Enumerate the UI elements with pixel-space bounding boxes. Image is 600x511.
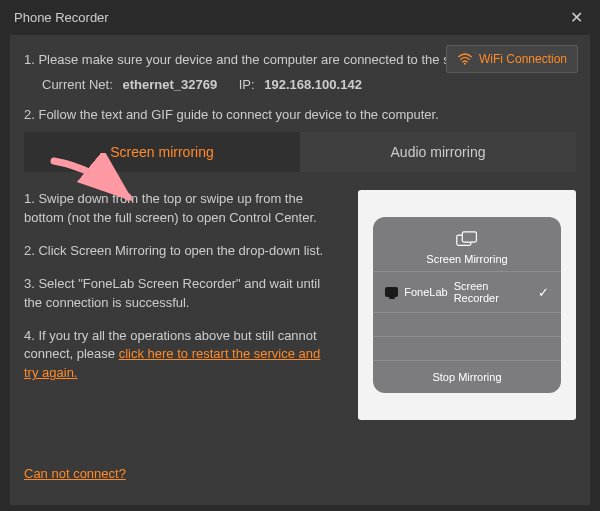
- device-prefix: FoneLab: [404, 286, 447, 298]
- network-info: Current Net: ethernet_32769 IP: 192.168.…: [42, 77, 576, 92]
- main-panel: WiFi Connection 1. Please make sure your…: [10, 35, 590, 505]
- substep-1: 1. Swipe down from the top or swipe up f…: [24, 190, 338, 228]
- current-net-value: ethernet_32769: [122, 77, 217, 92]
- mirroring-device-row[interactable]: FoneLab Screen Recorder ✓: [373, 271, 561, 312]
- current-net-label: Current Net:: [42, 77, 113, 92]
- stop-mirroring-label: Stop Mirroring: [432, 371, 501, 383]
- tab-content: 1. Swipe down from the top or swipe up f…: [24, 190, 576, 420]
- window-title: Phone Recorder: [14, 10, 109, 25]
- mirroring-panel: Screen Mirroring FoneLab Screen Recorder…: [373, 217, 561, 393]
- tab-screen-mirroring[interactable]: Screen mirroring: [24, 132, 300, 172]
- tab-audio-mirroring[interactable]: Audio mirroring: [300, 132, 576, 172]
- tab-screen-mirroring-label: Screen mirroring: [110, 144, 213, 160]
- substep-2: 2. Click Screen Mirroring to open the dr…: [24, 242, 338, 261]
- screen-mirroring-icon: [456, 231, 478, 247]
- substep-4: 4. If you try all the operations above b…: [24, 327, 338, 384]
- tv-icon: [385, 287, 398, 297]
- wifi-connection-label: WiFi Connection: [479, 52, 567, 66]
- wifi-icon: [457, 53, 473, 65]
- check-icon: ✓: [538, 285, 549, 300]
- svg-rect-2: [462, 232, 476, 242]
- ip-label: IP:: [239, 77, 255, 92]
- tab-audio-mirroring-label: Audio mirroring: [391, 144, 486, 160]
- step-2: 2. Follow the text and GIF guide to conn…: [24, 106, 576, 124]
- substep-3: 3. Select "FoneLab Screen Recorder" and …: [24, 275, 338, 313]
- mirroring-panel-header: Screen Mirroring: [373, 231, 561, 265]
- mirroring-empty-row: [373, 312, 561, 336]
- wifi-connection-button[interactable]: WiFi Connection: [446, 45, 578, 73]
- mirroring-panel-title: Screen Mirroring: [373, 253, 561, 265]
- cannot-connect-link[interactable]: Can not connect?: [24, 466, 126, 481]
- gif-preview: Screen Mirroring FoneLab Screen Recorder…: [358, 190, 576, 420]
- close-icon[interactable]: ✕: [566, 8, 586, 27]
- steps-column: 1. Swipe down from the top or swipe up f…: [24, 190, 338, 420]
- stop-mirroring-button[interactable]: Stop Mirroring: [373, 360, 561, 393]
- mirroring-empty-row: [373, 336, 561, 360]
- title-bar: Phone Recorder ✕: [0, 0, 600, 35]
- device-name: Screen Recorder: [454, 280, 532, 304]
- tabs: Screen mirroring Audio mirroring: [24, 132, 576, 172]
- ip-value: 192.168.100.142: [264, 77, 362, 92]
- svg-point-0: [464, 63, 466, 65]
